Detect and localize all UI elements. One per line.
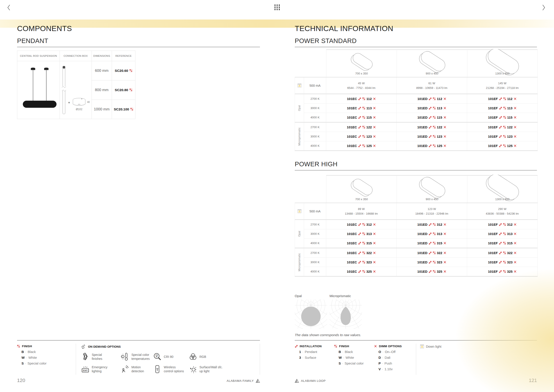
legend-title: INSTALLATION	[295, 344, 322, 348]
dimm-icon	[373, 126, 376, 129]
installation-icon	[429, 223, 432, 226]
reference-cell: 101EF115	[467, 113, 538, 122]
power-lumens-cell: 45 W6544 - 7752 - 8344 lm	[326, 77, 397, 94]
installation-icon	[358, 135, 361, 138]
installation-icon	[499, 252, 502, 254]
grid-icon	[274, 8, 281, 11]
diffuser-group-label: Opal	[298, 231, 301, 237]
height-dimension: 40	[87, 101, 90, 103]
col-header: DIMENSIONS	[92, 51, 112, 61]
wattage: 145 W	[498, 82, 506, 85]
section-title: POWER HIGH	[295, 161, 537, 170]
drive-current-label: 500 mA	[304, 203, 326, 219]
divider	[76, 344, 76, 375]
dimm-icon	[373, 252, 376, 254]
reference-cell: 101EF315	[467, 238, 538, 248]
product-size-cell: 700 x 350	[326, 175, 397, 203]
legend-item: W·White	[21, 356, 47, 359]
cct-label: 4000 K	[304, 238, 326, 248]
footnote: The data shown corresponds to raw values…	[295, 333, 361, 337]
motion-detection-icon	[121, 365, 129, 373]
product-size-cell: 1300 x 650	[467, 175, 538, 203]
finish-icon	[433, 144, 436, 147]
special-color-temperatures-icon	[121, 352, 129, 361]
reference-cell: 101EC312	[326, 220, 397, 229]
installation-icon	[499, 144, 502, 147]
on-demand-option: Surface/Wall sfc.up light	[189, 365, 231, 373]
divider	[416, 344, 416, 375]
diagram-label: Opal	[295, 294, 327, 298]
cct-label: 4000 K	[304, 113, 326, 122]
legend-item: 1·Pendant	[299, 350, 322, 354]
reference-value: SC20.60	[112, 61, 135, 80]
dimm-icon	[443, 252, 446, 254]
installation-icon	[499, 242, 502, 245]
product-shape	[408, 175, 457, 201]
finish-icon	[362, 97, 365, 100]
wattage: 290 W	[498, 207, 506, 211]
reference-cell: 101EC115	[326, 113, 397, 122]
product-shape	[408, 49, 457, 76]
installation-icon	[499, 232, 502, 236]
corner-glow	[381, 259, 554, 392]
finish-icon	[129, 69, 132, 72]
dimm-icon	[514, 126, 517, 129]
product-size-cell: 900 x 450	[397, 175, 467, 203]
size-label: 900 x 450	[426, 72, 438, 75]
installation-icon	[499, 270, 502, 273]
dimm-icon	[443, 97, 446, 100]
installation-icon	[499, 116, 502, 119]
catalog-spread: COMPONENTS TECHNICAL INFORMATION PENDANT…	[0, 0, 554, 392]
finish-icon	[503, 223, 506, 226]
legend-item: D·Dali	[379, 356, 402, 359]
reference-cell: 101ED313	[397, 229, 467, 238]
legend-item: S·Special color	[21, 361, 47, 365]
reference-cell: 101ED323	[397, 258, 467, 267]
col-header: CONNECTION BOX	[60, 51, 92, 61]
table-row: + 40 Ø102 600 mm SC20.60	[17, 61, 135, 80]
reference-cell: 101ED123	[397, 132, 467, 141]
col-header: REFERENCE	[112, 51, 135, 61]
finish-icon	[503, 116, 506, 119]
legend-item: V·1.10v	[379, 367, 402, 371]
finish-icon	[433, 97, 436, 100]
finish-icon	[433, 135, 436, 138]
dimm-icon	[514, 97, 517, 100]
size-label: 700 x 350	[355, 72, 368, 75]
divider	[260, 344, 260, 375]
dimm-icon	[443, 116, 446, 119]
installation-icon	[358, 97, 361, 100]
footer-brand-right: ALABAMA LOOP	[295, 379, 326, 383]
product-size-row: 700 x 350900 x 4501300 x 650	[295, 175, 538, 203]
reference-cell: 101ED312	[397, 220, 467, 229]
connection-box-illustration: + 40 Ø102	[60, 61, 92, 119]
reference-cell: 101ED125	[397, 141, 467, 150]
dimm-icon	[373, 107, 376, 110]
lumen-output: 18496 - 21318 - 22946 lm	[415, 212, 448, 215]
reference-cell: 101EF112	[467, 94, 538, 103]
reference-cell: 101EC123	[326, 132, 397, 141]
installation-icon	[358, 232, 361, 236]
svg-text:CRI: CRI	[155, 354, 158, 356]
size-label: 700 x 350	[355, 197, 368, 201]
finish-icon	[433, 232, 436, 235]
product-shape	[478, 175, 527, 201]
installation-legend: INSTALLATION1·Pendant3·Surface	[295, 344, 322, 359]
reference-cell: 101EF113	[467, 104, 538, 113]
finish-icon	[362, 144, 365, 147]
brand-triangle-logo	[256, 379, 260, 383]
installation-icon	[429, 116, 432, 119]
pendant-table: CENTRAL ROD SUSPENSION CONNECTION BOX DI…	[17, 50, 135, 119]
next-page-button[interactable]	[541, 4, 546, 12]
reference-cell: 101EC322	[326, 248, 397, 257]
cct-label: 2700 K	[304, 94, 326, 103]
section-heading-pendant: PENDANT	[17, 37, 260, 47]
prev-page-button[interactable]	[6, 4, 11, 12]
drive-current-row: 500 mA45 W6544 - 7752 - 8344 lm61 W8998 …	[295, 77, 538, 94]
grid-menu-button[interactable]	[273, 3, 281, 12]
finish-icon	[433, 223, 436, 226]
installation-icon	[499, 135, 502, 138]
diffuser-group-label: Microprismatic	[298, 253, 301, 271]
installation-icon	[358, 242, 361, 245]
pendant-illustration	[17, 61, 60, 119]
